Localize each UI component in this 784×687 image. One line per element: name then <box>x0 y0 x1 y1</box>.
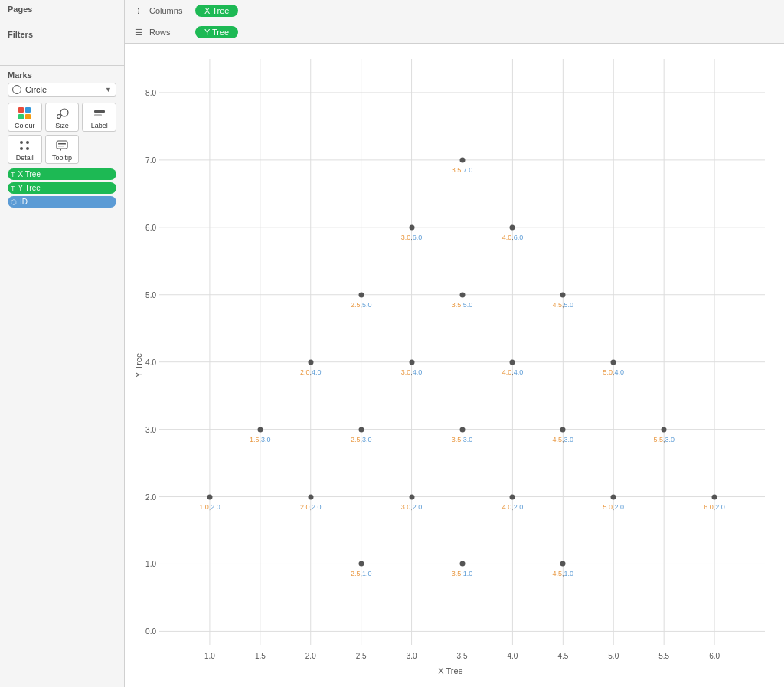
data-point-label: 6.0,2.0 <box>704 503 725 511</box>
svg-rect-0 <box>18 107 24 113</box>
x-tree-field-label: X Tree <box>18 170 41 178</box>
columns-field-pill[interactable]: X Tree <box>195 5 238 17</box>
data-point-label: 3.5,7.0 <box>452 166 473 174</box>
colour-icon <box>18 106 31 120</box>
label-button[interactable]: Label <box>82 103 116 132</box>
data-point[interactable] <box>409 494 414 499</box>
rows-shelf: ☰ Rows Y Tree <box>125 21 784 43</box>
data-point-label: 5.0,2.0 <box>603 503 624 511</box>
y-tick-label: 0.0 <box>145 627 156 636</box>
id-field[interactable]: ⬡ ID <box>8 196 116 208</box>
colour-button[interactable]: Colour <box>8 103 42 132</box>
y-tick-label: 2.0 <box>145 492 156 501</box>
x-tick-label: 2.0 <box>305 652 316 660</box>
data-point[interactable] <box>308 359 313 365</box>
data-point-label: 2.5,1.0 <box>351 570 372 577</box>
data-point[interactable] <box>510 359 515 365</box>
data-point-label: 2.0,4.0 <box>300 368 322 376</box>
rows-field-pill[interactable]: Y Tree <box>195 26 238 38</box>
data-point-label: 3.0,4.0 <box>401 368 423 376</box>
x-tick-label: 2.5 <box>356 652 367 660</box>
size-button[interactable]: Size <box>45 103 80 132</box>
data-point-label: 4.5,1.0 <box>553 570 574 577</box>
svg-rect-7 <box>94 114 102 116</box>
svg-point-8 <box>20 141 23 144</box>
id-field-icon: ⬡ <box>11 198 17 206</box>
data-point[interactable] <box>409 224 414 230</box>
marks-fields: T X Tree T Y Tree ⬡ ID <box>8 168 116 208</box>
detail-icon <box>18 139 31 152</box>
data-point[interactable] <box>459 292 465 297</box>
x-tree-field[interactable]: T X Tree <box>8 168 116 180</box>
x-tick-label: 3.0 <box>407 652 417 660</box>
circle-mark-icon <box>12 85 21 94</box>
data-point-label: 2.5,5.0 <box>351 301 372 309</box>
data-point[interactable] <box>459 561 465 567</box>
y-tick-label: 4.0 <box>145 358 156 366</box>
filters-section: Filters <box>0 25 124 66</box>
svg-point-11 <box>26 147 29 150</box>
marks-type-label: Circle <box>25 85 105 94</box>
y-tree-field[interactable]: T Y Tree <box>8 182 116 194</box>
id-field-label: ID <box>20 198 28 206</box>
x-tick-label: 6.0 <box>709 652 720 660</box>
svg-point-9 <box>26 141 29 144</box>
data-point-label: 3.5,1.0 <box>452 570 473 577</box>
x-tick-label: 3.5 <box>457 652 468 660</box>
data-point-label: 1.0,2.0 <box>199 503 220 511</box>
data-point[interactable] <box>611 359 616 365</box>
chart-wrapper: Y Tree 1.01.52.02.53.03.54.04.55.05.56.0… <box>125 44 784 687</box>
data-point[interactable] <box>358 292 364 297</box>
data-point[interactable] <box>560 561 566 567</box>
svg-rect-2 <box>18 114 24 119</box>
data-point[interactable] <box>459 157 465 162</box>
data-point[interactable] <box>611 494 616 499</box>
marks-type-dropdown[interactable]: Circle ▼ <box>8 83 116 97</box>
svg-rect-1 <box>25 107 31 113</box>
x-tick-label: 5.5 <box>658 652 669 660</box>
data-point[interactable] <box>560 427 566 432</box>
x-tick-label: 5.0 <box>608 652 619 660</box>
data-point[interactable] <box>560 292 566 297</box>
data-point-label: 1.5,3.0 <box>250 436 271 443</box>
rows-icon: ☰ <box>132 28 145 38</box>
data-point-label: 3.0,2.0 <box>401 503 423 511</box>
x-tick-label: 1.5 <box>255 652 266 660</box>
data-point[interactable] <box>257 427 263 432</box>
data-point[interactable] <box>712 494 717 499</box>
data-point-label: 2.0,2.0 <box>300 503 322 511</box>
y-tree-field-label: Y Tree <box>18 184 41 192</box>
marks-label: Marks <box>8 70 116 80</box>
data-point-label: 4.5,5.0 <box>553 301 574 309</box>
svg-rect-6 <box>94 110 105 113</box>
tooltip-icon <box>55 139 69 152</box>
data-point-label: 5.0,4.0 <box>603 368 624 376</box>
data-point[interactable] <box>207 494 212 499</box>
data-point-label: 3.5,5.0 <box>452 301 473 309</box>
tooltip-button[interactable]: Tooltip <box>45 135 80 164</box>
data-point[interactable] <box>409 359 414 365</box>
data-point-label: 4.0,4.0 <box>502 368 524 376</box>
colour-label: Colour <box>15 122 35 129</box>
y-axis-label: Y Tree <box>134 353 143 378</box>
data-point[interactable] <box>358 561 364 567</box>
svg-rect-14 <box>58 143 66 145</box>
data-point[interactable] <box>459 427 465 432</box>
x-axis-label: X Tree <box>438 666 462 676</box>
data-point[interactable] <box>308 494 313 499</box>
svg-rect-12 <box>57 141 67 149</box>
svg-rect-15 <box>58 146 64 147</box>
data-point[interactable] <box>662 427 667 432</box>
data-point[interactable] <box>358 427 364 432</box>
size-icon <box>55 106 69 120</box>
detail-label: Detail <box>16 154 34 162</box>
label-label: Label <box>91 122 108 129</box>
shelf-area: ⫶ Columns X Tree ☰ Rows Y Tree <box>125 0 784 44</box>
svg-point-5 <box>60 109 68 116</box>
filters-label: Filters <box>8 30 116 39</box>
detail-button[interactable]: Detail <box>8 135 42 164</box>
data-point[interactable] <box>510 494 515 499</box>
x-tick-label: 4.5 <box>557 652 568 660</box>
columns-shelf: ⫶ Columns X Tree <box>125 0 784 21</box>
data-point[interactable] <box>510 224 515 230</box>
